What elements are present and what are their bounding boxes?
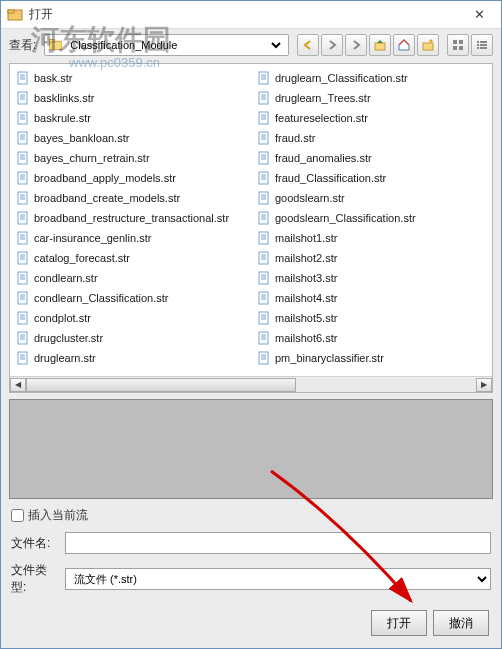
file-item[interactable]: car-insurance_genlin.str [12, 228, 249, 248]
list-view-button[interactable] [471, 34, 493, 56]
svg-rect-28 [18, 132, 27, 144]
file-item[interactable]: drugcluster.str [12, 328, 249, 348]
file-item[interactable]: goodslearn_Classification.str [253, 208, 490, 228]
file-item[interactable]: broadband_restructure_transactional.str [12, 208, 249, 228]
file-item[interactable]: bayes_bankloan.str [12, 128, 249, 148]
location-dropdown[interactable]: Classification_Module [44, 34, 289, 56]
document-icon [16, 211, 30, 225]
document-icon [16, 251, 30, 265]
scroll-thumb[interactable] [26, 378, 296, 392]
document-icon [16, 191, 30, 205]
filename-input[interactable] [65, 532, 491, 554]
file-item[interactable]: druglearn.str [12, 348, 249, 368]
file-item[interactable]: fraud_anomalies.str [253, 148, 490, 168]
window-title: 打开 [29, 6, 463, 23]
file-item[interactable]: goodslearn.str [253, 188, 490, 208]
file-item[interactable]: mailshot6.str [253, 328, 490, 348]
svg-rect-132 [259, 352, 268, 364]
file-name: car-insurance_genlin.str [34, 232, 151, 244]
scroll-track[interactable] [26, 378, 476, 392]
back-button[interactable] [297, 34, 319, 56]
svg-rect-84 [259, 112, 268, 124]
recent-button[interactable] [321, 34, 343, 56]
filetype-select[interactable]: 流文件 (*.str) [65, 568, 491, 590]
file-item[interactable]: catalog_forecast.str [12, 248, 249, 268]
insert-stream-row: 插入当前流 [1, 503, 501, 528]
svg-rect-16 [18, 72, 27, 84]
svg-rect-32 [18, 152, 27, 164]
file-item[interactable]: broadband_apply_models.str [12, 168, 249, 188]
document-icon [16, 71, 30, 85]
new-folder-button[interactable] [417, 34, 439, 56]
file-item[interactable]: fraud.str [253, 128, 490, 148]
filename-label: 文件名: [11, 535, 57, 552]
file-item[interactable]: fraud_Classification.str [253, 168, 490, 188]
file-item[interactable]: condplot.str [12, 308, 249, 328]
svg-rect-12 [477, 44, 479, 46]
file-item[interactable]: mailshot2.str [253, 248, 490, 268]
file-name: pm_binaryclassifier.str [275, 352, 384, 364]
document-icon [16, 271, 30, 285]
cancel-button[interactable]: 撤消 [433, 610, 489, 636]
svg-rect-112 [259, 252, 268, 264]
svg-rect-15 [480, 47, 487, 49]
scroll-left-button[interactable]: ◀ [10, 378, 26, 392]
file-name: druglearn.str [34, 352, 96, 364]
file-item[interactable]: bask.str [12, 68, 249, 88]
file-item[interactable]: condlearn_Classification.str [12, 288, 249, 308]
file-item[interactable]: mailshot3.str [253, 268, 490, 288]
svg-rect-72 [18, 352, 27, 364]
file-item[interactable]: featureselection.str [253, 108, 490, 128]
svg-rect-76 [259, 72, 268, 84]
file-name: drugcluster.str [34, 332, 103, 344]
icon-view-button[interactable] [447, 34, 469, 56]
document-icon [16, 331, 30, 345]
svg-rect-48 [18, 232, 27, 244]
document-icon [16, 151, 30, 165]
file-item[interactable]: basklinks.str [12, 88, 249, 108]
file-name: mailshot4.str [275, 292, 337, 304]
file-item[interactable]: druglearn_Trees.str [253, 88, 490, 108]
location-select[interactable]: Classification_Module [66, 38, 284, 52]
file-name: featureselection.str [275, 112, 368, 124]
file-item[interactable]: druglearn_Classification.str [253, 68, 490, 88]
document-icon [257, 151, 271, 165]
file-name: condplot.str [34, 312, 91, 324]
document-icon [16, 311, 30, 325]
file-item[interactable]: mailshot5.str [253, 308, 490, 328]
svg-rect-104 [259, 212, 268, 224]
svg-rect-9 [459, 46, 463, 50]
file-name: baskrule.str [34, 112, 91, 124]
svg-rect-92 [259, 152, 268, 164]
file-item[interactable]: bayes_churn_retrain.str [12, 148, 249, 168]
file-item[interactable]: broadband_create_models.str [12, 188, 249, 208]
svg-rect-108 [259, 232, 268, 244]
file-item[interactable]: baskrule.str [12, 108, 249, 128]
file-name: basklinks.str [34, 92, 95, 104]
close-button[interactable]: ✕ [463, 5, 495, 25]
preview-pane [9, 399, 493, 499]
horizontal-scrollbar[interactable]: ◀ ▶ [10, 376, 492, 392]
app-icon [7, 7, 23, 23]
file-name: broadband_create_models.str [34, 192, 180, 204]
scroll-right-button[interactable]: ▶ [476, 378, 492, 392]
file-name: broadband_apply_models.str [34, 172, 176, 184]
svg-rect-80 [259, 92, 268, 104]
open-button[interactable]: 打开 [371, 610, 427, 636]
svg-rect-52 [18, 252, 27, 264]
file-name: condlearn_Classification.str [34, 292, 169, 304]
file-name: mailshot5.str [275, 312, 337, 324]
file-item[interactable]: condlearn.str [12, 268, 249, 288]
document-icon [16, 171, 30, 185]
forward-button[interactable] [345, 34, 367, 56]
file-item[interactable]: mailshot1.str [253, 228, 490, 248]
file-column-left: bask.strbasklinks.strbaskrule.strbayes_b… [10, 64, 251, 376]
document-icon [257, 271, 271, 285]
file-item[interactable]: mailshot4.str [253, 288, 490, 308]
svg-rect-20 [18, 92, 27, 104]
svg-rect-64 [18, 312, 27, 324]
file-item[interactable]: pm_binaryclassifier.str [253, 348, 490, 368]
insert-stream-checkbox[interactable] [11, 509, 24, 522]
up-button[interactable] [369, 34, 391, 56]
home-button[interactable] [393, 34, 415, 56]
